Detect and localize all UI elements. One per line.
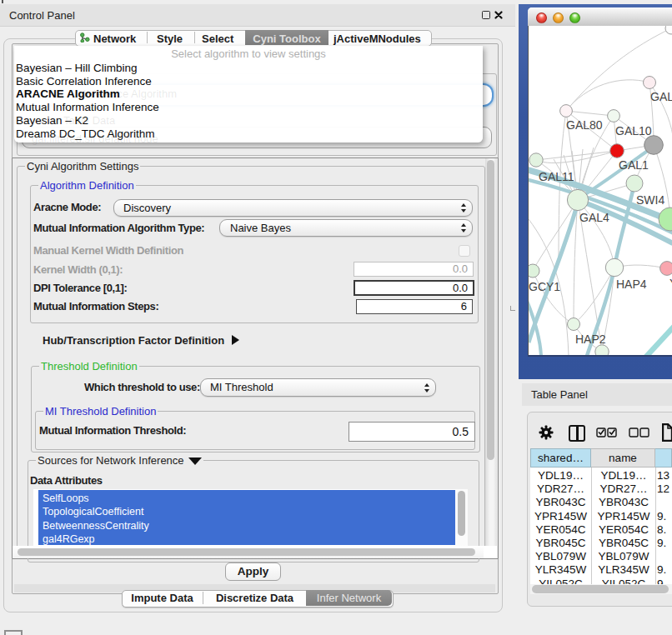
svg-text:HAP4: HAP4 xyxy=(616,278,647,291)
svg-text:GAL2: GAL2 xyxy=(650,90,672,103)
svg-text:HAP2: HAP2 xyxy=(575,332,606,346)
svg-text:GAL80: GAL80 xyxy=(566,118,603,132)
svg-text:GAL10: GAL10 xyxy=(615,124,652,138)
svg-text:SWI4: SWI4 xyxy=(636,193,664,207)
svg-text:GAL1: GAL1 xyxy=(619,158,649,172)
svg-text:GAL11: GAL11 xyxy=(539,170,574,183)
svg-text:GAL4: GAL4 xyxy=(579,211,609,224)
svg-text:GCY1: GCY1 xyxy=(529,280,560,293)
